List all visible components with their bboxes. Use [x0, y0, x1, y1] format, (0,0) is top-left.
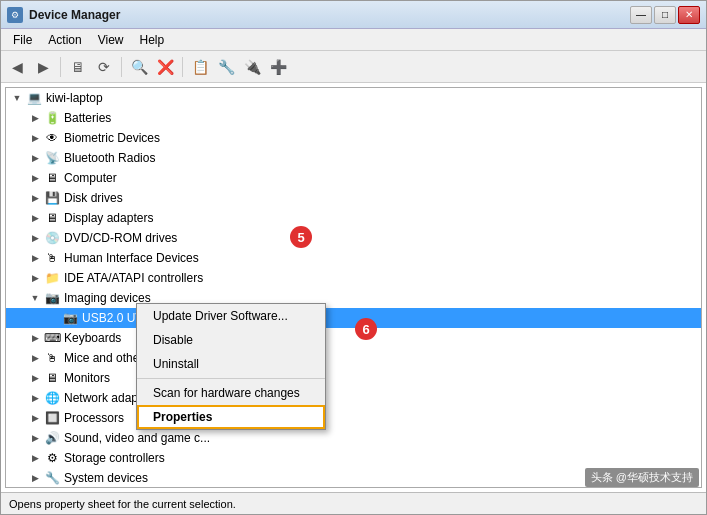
- menu-action[interactable]: Action: [40, 31, 89, 49]
- disk-label: Disk drives: [64, 191, 123, 205]
- root-icon: 💻: [26, 90, 42, 106]
- tree-item-sound[interactable]: ▶ 🔊 Sound, video and game c...: [6, 428, 701, 448]
- ide-label: IDE ATA/ATAPI controllers: [64, 271, 203, 285]
- biometric-expand: ▶: [28, 131, 42, 145]
- network-icon: 🌐: [44, 390, 60, 406]
- storage-label: Storage controllers: [64, 451, 165, 465]
- title-bar: ⚙ Device Manager — □ ✕: [1, 1, 706, 29]
- hid-expand: ▶: [28, 251, 42, 265]
- network-expand: ▶: [28, 391, 42, 405]
- ctx-disable[interactable]: Disable: [137, 328, 325, 352]
- bluetooth-label: Bluetooth Radios: [64, 151, 155, 165]
- forward-button[interactable]: ▶: [31, 55, 55, 79]
- disk-expand: ▶: [28, 191, 42, 205]
- dvd-label: DVD/CD-ROM drives: [64, 231, 177, 245]
- ide-expand: ▶: [28, 271, 42, 285]
- toolbar: ◀ ▶ 🖥 ⟳ 🔍 ❌ 📋 🔧 🔌 ➕: [1, 51, 706, 83]
- update-button[interactable]: 🔧: [214, 55, 238, 79]
- bluetooth-icon: 📡: [44, 150, 60, 166]
- refresh-button[interactable]: ⟳: [92, 55, 116, 79]
- tree-item-processors[interactable]: ▶ 🔲 Processors: [6, 408, 701, 428]
- ctx-properties[interactable]: Properties: [137, 405, 325, 429]
- root-expand-icon: ▼: [10, 91, 24, 105]
- tree-item-ide[interactable]: ▶ 📁 IDE ATA/ATAPI controllers: [6, 268, 701, 288]
- add-button[interactable]: ➕: [266, 55, 290, 79]
- tree-item-mice[interactable]: ▶ 🖱 Mice and other pointing d...: [6, 348, 701, 368]
- badge-6: 6: [355, 318, 377, 340]
- tree-item-webcam[interactable]: 📷 USB2.0 UVC 1.3M WebCam: [6, 308, 701, 328]
- tree-item-network[interactable]: ▶ 🌐 Network adapters: [6, 388, 701, 408]
- menu-help[interactable]: Help: [132, 31, 173, 49]
- tree-item-hid[interactable]: ▶ 🖱 Human Interface Devices: [6, 248, 701, 268]
- processors-expand: ▶: [28, 411, 42, 425]
- monitors-expand: ▶: [28, 371, 42, 385]
- monitors-label: Monitors: [64, 371, 110, 385]
- main-content: ▼ 💻 kiwi-laptop ▶ 🔋 Batteries ▶ 👁 Biomet…: [1, 83, 706, 492]
- keyboards-expand: ▶: [28, 331, 42, 345]
- menu-view[interactable]: View: [90, 31, 132, 49]
- ctx-scan[interactable]: Scan for hardware changes: [137, 381, 325, 405]
- mice-expand: ▶: [28, 351, 42, 365]
- badge-5: 5: [290, 226, 312, 248]
- tree-item-biometric[interactable]: ▶ 👁 Biometric Devices: [6, 128, 701, 148]
- sound-icon: 🔊: [44, 430, 60, 446]
- tree-item-storage[interactable]: ▶ ⚙ Storage controllers: [6, 448, 701, 468]
- ctx-update-driver[interactable]: Update Driver Software...: [137, 304, 325, 328]
- root-label: kiwi-laptop: [46, 91, 103, 105]
- ctx-separator: [137, 378, 325, 379]
- app-icon: ⚙: [7, 7, 23, 23]
- sound-expand: ▶: [28, 431, 42, 445]
- sound-label: Sound, video and game c...: [64, 431, 210, 445]
- window-controls: — □ ✕: [630, 6, 700, 24]
- ctx-uninstall[interactable]: Uninstall: [137, 352, 325, 376]
- system-icon: 🔧: [44, 470, 60, 486]
- menu-bar: File Action View Help: [1, 29, 706, 51]
- imaging-icon: 📷: [44, 290, 60, 306]
- close-button[interactable]: ✕: [678, 6, 700, 24]
- tree-item-imaging[interactable]: ▼ 📷 Imaging devices: [6, 288, 701, 308]
- properties-button[interactable]: 📋: [188, 55, 212, 79]
- back-button[interactable]: ◀: [5, 55, 29, 79]
- hid-label: Human Interface Devices: [64, 251, 199, 265]
- toolbar-separator-1: [60, 57, 61, 77]
- storage-icon: ⚙: [44, 450, 60, 466]
- system-label: System devices: [64, 471, 148, 485]
- mice-icon: 🖱: [44, 350, 60, 366]
- biometric-label: Biometric Devices: [64, 131, 160, 145]
- tree-item-monitors[interactable]: ▶ 🖥 Monitors: [6, 368, 701, 388]
- tree-item-dvd[interactable]: ▶ 💿 DVD/CD-ROM drives: [6, 228, 701, 248]
- keyboards-label: Keyboards: [64, 331, 121, 345]
- device-tree-panel[interactable]: ▼ 💻 kiwi-laptop ▶ 🔋 Batteries ▶ 👁 Biomet…: [5, 87, 702, 488]
- batteries-icon: 🔋: [44, 110, 60, 126]
- toolbar-separator-2: [121, 57, 122, 77]
- system-expand: ▶: [28, 471, 42, 485]
- tree-item-batteries[interactable]: ▶ 🔋 Batteries: [6, 108, 701, 128]
- scan-button[interactable]: 🔌: [240, 55, 264, 79]
- computer-button[interactable]: 🖥: [66, 55, 90, 79]
- tree-item-bluetooth[interactable]: ▶ 📡 Bluetooth Radios: [6, 148, 701, 168]
- hid-icon: 🖱: [44, 250, 60, 266]
- minimize-button[interactable]: —: [630, 6, 652, 24]
- status-bar: Opens property sheet for the current sel…: [1, 492, 706, 514]
- webcam-expand: [46, 311, 60, 325]
- processors-icon: 🔲: [44, 410, 60, 426]
- processors-label: Processors: [64, 411, 124, 425]
- ide-icon: 📁: [44, 270, 60, 286]
- tree-root[interactable]: ▼ 💻 kiwi-laptop: [6, 88, 701, 108]
- dvd-icon: 💿: [44, 230, 60, 246]
- toolbar-separator-3: [182, 57, 183, 77]
- tree-item-disk[interactable]: ▶ 💾 Disk drives: [6, 188, 701, 208]
- tree-item-keyboards[interactable]: ▶ ⌨ Keyboards: [6, 328, 701, 348]
- display-expand: ▶: [28, 211, 42, 225]
- batteries-expand: ▶: [28, 111, 42, 125]
- device-manager-window: ⚙ Device Manager — □ ✕ File Action View …: [0, 0, 707, 515]
- maximize-button[interactable]: □: [654, 6, 676, 24]
- remove-button[interactable]: ❌: [153, 55, 177, 79]
- webcam-icon: 📷: [62, 310, 78, 326]
- tree-item-display[interactable]: ▶ 🖥 Display adapters: [6, 208, 701, 228]
- menu-file[interactable]: File: [5, 31, 40, 49]
- search-button[interactable]: 🔍: [127, 55, 151, 79]
- watermark: 头条 @华硕技术支持: [585, 468, 699, 487]
- context-menu: Update Driver Software... Disable Uninst…: [136, 303, 326, 430]
- tree-item-computer[interactable]: ▶ 🖥 Computer: [6, 168, 701, 188]
